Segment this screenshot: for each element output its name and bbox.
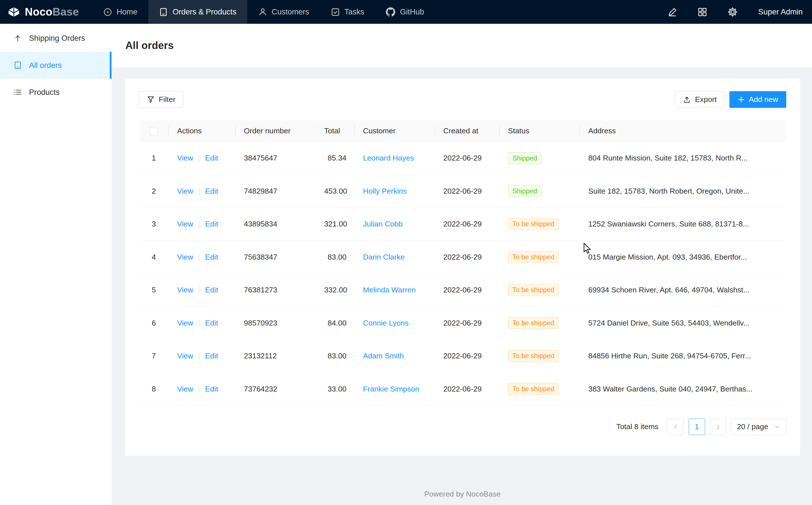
status-badge: To be shipped (508, 317, 559, 329)
orders-icon (14, 61, 22, 69)
user-menu[interactable]: Super Admin (758, 7, 803, 16)
settings-gear-icon[interactable] (728, 7, 738, 17)
logo-cube-icon (7, 6, 20, 18)
pagination-next-button[interactable] (710, 419, 727, 436)
view-link[interactable]: View (177, 154, 193, 162)
actions-cell: ViewEdit (169, 274, 236, 306)
created-at-cell: 2022-06-29 (435, 175, 500, 207)
orders-card: Filter Export (125, 79, 800, 456)
table-row: 5 ViewEdit 76381273 332.00 Melinda Warre… (139, 274, 786, 306)
view-link[interactable]: View (177, 253, 193, 261)
edit-link[interactable]: Edit (205, 154, 218, 162)
order-number-cell: 38475647 (236, 142, 316, 175)
row-index: 3 (152, 220, 156, 228)
customer-link[interactable]: Leonard Hayes (363, 154, 414, 162)
layout: Shipping Orders All orders Products All … (0, 24, 812, 505)
toolbar-right: Export Add new (675, 91, 786, 108)
edit-link[interactable]: Edit (205, 187, 218, 195)
edit-link[interactable]: Edit (205, 385, 218, 393)
view-link[interactable]: View (177, 286, 193, 294)
view-link[interactable]: View (177, 319, 193, 327)
filter-icon (147, 96, 155, 103)
edit-link[interactable]: Edit (205, 352, 218, 360)
ui-editor-pen-icon[interactable] (668, 7, 677, 17)
actions-cell: ViewEdit (169, 240, 236, 274)
actions-cell: ViewEdit (169, 142, 236, 175)
customer-link[interactable]: Darin Clarke (363, 253, 404, 261)
plugin-blocks-icon[interactable] (698, 7, 707, 17)
address-cell: 804 Runte Mission, Suite 182, 15783, Nor… (580, 142, 786, 175)
customer-link[interactable]: Frankie Simpson (363, 385, 419, 393)
customer-link[interactable]: Connie Lyons (363, 319, 409, 327)
nav-item-tasks[interactable]: Tasks (320, 0, 375, 24)
address-cell: Suite 182, 15783, North Robert, Oregon, … (580, 175, 786, 207)
github-icon (386, 7, 395, 17)
customer-cell: Frankie Simpson (355, 372, 435, 405)
customer-link[interactable]: Melinda Warren (363, 286, 416, 294)
address-cell: 383 Walter Gardens, Suite 040, 24947, Be… (580, 372, 786, 405)
list-icon (14, 88, 22, 96)
nav-item-label: Customers (272, 7, 309, 16)
nav-item-label: GitHub (400, 7, 424, 16)
edit-link[interactable]: Edit (205, 253, 218, 261)
footer-credit: Powered by NocoBase (125, 482, 800, 505)
row-index: 5 (152, 286, 156, 294)
customer-link[interactable]: Adam Smith (363, 352, 404, 360)
address-cell: 1252 Swaniawski Corners, Suite 688, 8137… (580, 208, 786, 240)
row-index: 1 (152, 154, 156, 162)
edit-link[interactable]: Edit (205, 220, 218, 228)
select-all-checkbox[interactable] (150, 127, 158, 135)
customer-link[interactable]: Holly Perkins (363, 187, 407, 195)
edit-link[interactable]: Edit (205, 319, 218, 327)
edit-link[interactable]: Edit (205, 286, 218, 294)
row-index: 8 (152, 385, 156, 393)
export-button[interactable]: Export (675, 91, 725, 108)
created-at-cell: 2022-06-29 (435, 372, 500, 405)
nav-item-orders-products[interactable]: Orders & Products (148, 0, 247, 24)
chevron-down-icon (774, 424, 780, 430)
sidebar-item-all-orders[interactable]: All orders (0, 52, 111, 79)
actions-cell: ViewEdit (169, 208, 236, 240)
filter-button[interactable]: Filter (139, 91, 184, 108)
pagination-page-1[interactable]: 1 (689, 419, 705, 436)
page-header: All orders (111, 24, 812, 67)
nav-item-github[interactable]: GitHub (375, 0, 435, 24)
column-header-customer: Customer (355, 120, 435, 142)
view-link[interactable]: View (177, 385, 193, 393)
view-link[interactable]: View (177, 352, 193, 360)
export-icon (683, 96, 691, 103)
actions-cell: ViewEdit (169, 372, 236, 405)
view-link[interactable]: View (177, 220, 193, 228)
add-new-button[interactable]: Add new (729, 91, 786, 108)
table-row: 8 ViewEdit 73764232 33.00 Frankie Simpso… (139, 372, 786, 405)
status-cell: To be shipped (500, 339, 580, 372)
action-divider (199, 188, 200, 195)
table-toolbar: Filter Export (139, 91, 786, 108)
total-cell: 453.00 (316, 175, 354, 207)
nav-item-home[interactable]: Home (92, 0, 148, 24)
sidebar-item-shipping-orders[interactable]: Shipping Orders (0, 25, 111, 52)
status-badge: Shipped (508, 152, 542, 164)
address-cell: 84856 Hirthe Run, Suite 268, 94754-6705,… (580, 339, 786, 372)
main-content: All orders Filter (111, 24, 812, 505)
sidebar-item-products[interactable]: Products (0, 79, 111, 106)
order-number-cell: 43895834 (236, 208, 316, 240)
chevron-left-icon (672, 424, 679, 430)
app-root: NocoBase Home Orders & Products Customer… (0, 0, 812, 505)
page-size-select[interactable]: 20 / page (731, 419, 786, 436)
sidebar-item-label: Shipping Orders (29, 34, 85, 43)
nav-item-customers[interactable]: Customers (247, 0, 320, 24)
table-row: 4 ViewEdit 75638347 83.00 Darin Clarke 2… (139, 240, 786, 274)
nocobase-logo[interactable]: NocoBase (7, 0, 92, 24)
action-divider (199, 320, 200, 327)
view-link[interactable]: View (177, 187, 193, 195)
pagination-prev-button[interactable] (667, 419, 684, 436)
address-cell: 69934 Schoen River, Apt. 646, 49704, Wal… (580, 274, 786, 306)
table-row: 2 ViewEdit 74829847 453.00 Holly Perkins… (139, 175, 786, 207)
row-index: 7 (152, 352, 156, 360)
status-cell: To be shipped (500, 307, 580, 339)
customer-link[interactable]: Julian Cobb (363, 220, 402, 228)
customer-cell: Darin Clarke (355, 240, 435, 274)
status-badge: To be shipped (508, 218, 559, 230)
status-cell: Shipped (500, 142, 580, 175)
